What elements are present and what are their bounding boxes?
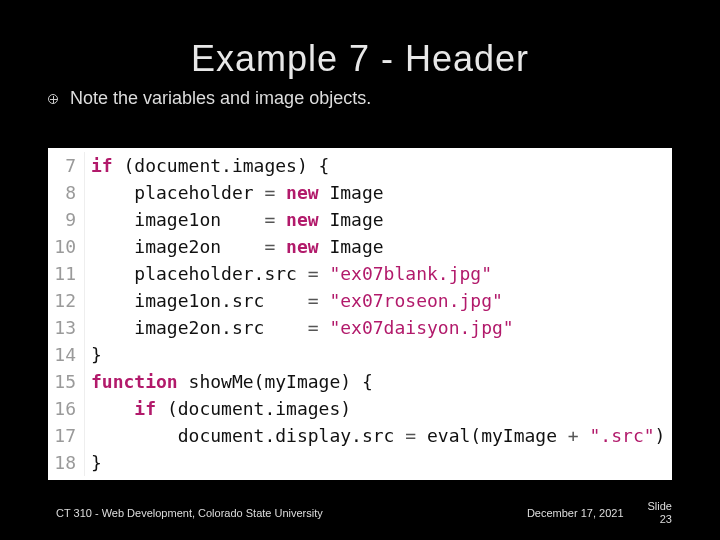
code-line: placeholder.src = "ex07blank.jpg" [91, 260, 665, 287]
footer-course: CT 310 - Web Development, Colorado State… [56, 507, 323, 519]
code-line: image2on.src = "ex07daisyon.jpg" [91, 314, 665, 341]
bullet-icon [48, 94, 58, 104]
line-number: 7 [54, 152, 76, 179]
code-line: if (document.images) [91, 395, 665, 422]
code-line: image2on = new Image [91, 233, 665, 260]
line-number: 9 [54, 206, 76, 233]
line-number: 10 [54, 233, 76, 260]
line-number-gutter: 789101112131415161718 [48, 152, 85, 476]
code-line: function showMe(myImage) { [91, 368, 665, 395]
code-line: image1on = new Image [91, 206, 665, 233]
slide-footer: CT 310 - Web Development, Colorado State… [0, 500, 720, 526]
line-number: 17 [54, 422, 76, 449]
code-line: document.display.src = eval(myImage + ".… [91, 422, 665, 449]
line-number: 8 [54, 179, 76, 206]
code-content: if (document.images) { placeholder = new… [85, 152, 665, 476]
code-line: if (document.images) { [91, 152, 665, 179]
line-number: 12 [54, 287, 76, 314]
line-number: 16 [54, 395, 76, 422]
code-line: placeholder = new Image [91, 179, 665, 206]
line-number: 11 [54, 260, 76, 287]
line-number: 14 [54, 341, 76, 368]
bullet-text: Note the variables and image objects. [70, 88, 371, 109]
line-number: 13 [54, 314, 76, 341]
line-number: 15 [54, 368, 76, 395]
bullet-item: Note the variables and image objects. [0, 88, 720, 109]
slide-number: Slide23 [648, 500, 672, 526]
code-line: } [91, 449, 665, 476]
code-block: 789101112131415161718 if (document.image… [48, 148, 672, 480]
slide-title: Example 7 - Header [0, 0, 720, 80]
code-line: image1on.src = "ex07roseon.jpg" [91, 287, 665, 314]
footer-date: December 17, 2021 [527, 507, 624, 519]
code-line: } [91, 341, 665, 368]
line-number: 18 [54, 449, 76, 476]
